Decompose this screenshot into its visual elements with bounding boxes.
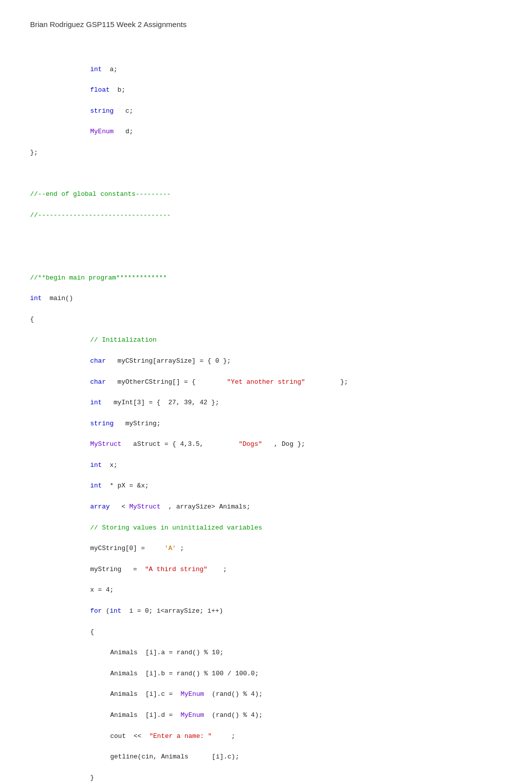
code-line-int1: int myInt[3] = { 27, 39, 42 }; xyxy=(90,398,502,408)
code-line-init-comment: // Initialization xyxy=(90,335,502,346)
code-line-comment1: //--end of global constants--------- xyxy=(30,189,502,200)
code-line-empty3 xyxy=(30,252,502,263)
page-title: Brian Rodriguez GSP115 Week 2 Assignment… xyxy=(30,20,502,29)
code-line-animals-a: Animals [i].a = rand() % 10; xyxy=(110,648,502,658)
code-line-string: string myString; xyxy=(90,419,502,429)
code-line-mycstring0: myCString[0] = 'A' ; xyxy=(90,544,502,554)
code-line-float-b: float b; xyxy=(90,85,502,96)
code-line-myenum-d: MyEnum d; xyxy=(90,127,502,137)
code-line-brace-close: } xyxy=(90,773,502,782)
code-line-animals-d: Animals [i].d = MyEnum (rand() % 4); xyxy=(110,710,502,721)
code-line-main-decl: int main() xyxy=(30,294,502,304)
code-line-comment2: //---------------------------------- xyxy=(30,210,502,221)
code-line-empty2 xyxy=(30,231,502,241)
code-line-brace-open: { xyxy=(30,315,502,325)
code-line-array: array < MyStruct , arraySize> Animals; xyxy=(90,502,502,512)
code-line-animals-c: Animals [i].c = MyEnum (rand() % 4); xyxy=(110,689,502,700)
code-line-mystruct: MyStruct aStruct = { 4,3.5, "Dogs" , Dog… xyxy=(90,439,502,450)
code-line-char1: char myCString[arraySize] = { 0 }; xyxy=(90,356,502,367)
code-line-int-a: int a; xyxy=(90,65,502,75)
code-line-char2: char myOtherCString[] = { "Yet another s… xyxy=(90,377,502,388)
code-line-end-struct: }; xyxy=(30,148,502,158)
code-line-getline: getline(cin, Animals [i].c); xyxy=(110,752,502,762)
code-line-xeq4: x = 4; xyxy=(90,585,502,596)
code-line-intx: int x; xyxy=(90,460,502,471)
code-line-mystring: myString = "A third string" ; xyxy=(90,565,502,575)
code-line-comment-storing: // Storing values in uninitialized varia… xyxy=(90,523,502,534)
code-line-cout-enter: cout << "Enter a name: " ; xyxy=(110,731,502,742)
code-line-animals-b: Animals [i].b = rand() % 100 / 100.0; xyxy=(110,669,502,679)
code-line-ptr: int * pX = &x; xyxy=(90,481,502,491)
code-line-comment3: //**begin main program************* xyxy=(30,273,502,284)
code-line-string-c: string c; xyxy=(90,106,502,117)
code-line-for: for (int i = 0; i<arraySize; i++) xyxy=(90,606,502,617)
code-line-brace-open2: { xyxy=(90,627,502,638)
code-line-empty1 xyxy=(30,169,502,179)
